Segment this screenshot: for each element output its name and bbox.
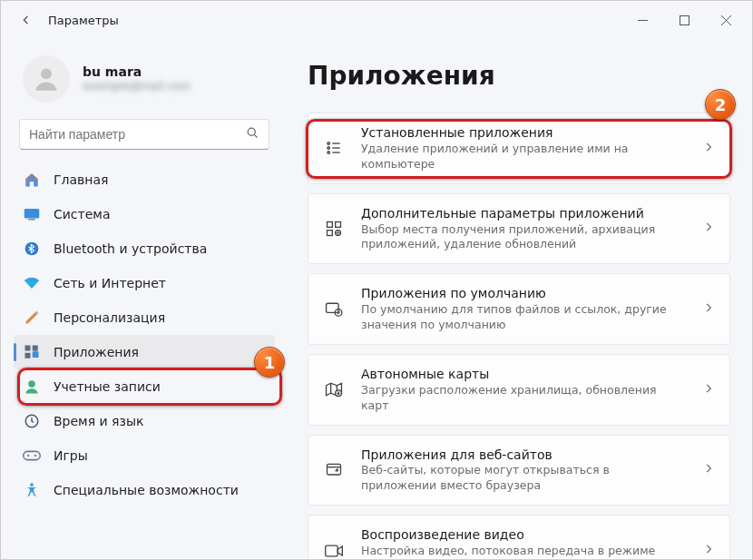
chevron-right-icon — [702, 542, 715, 559]
main-panel: Приложения Установленные приложения Удал… — [282, 39, 752, 559]
link-app-icon — [323, 459, 345, 481]
nav-label: Игры — [54, 448, 88, 463]
nav-gaming[interactable]: Игры — [14, 438, 275, 473]
card-desc: Выбор места получения приложений, архива… — [361, 222, 686, 253]
nav-system[interactable]: Система — [14, 197, 275, 231]
nav-label: Система — [54, 207, 110, 221]
accessibility-icon — [23, 481, 41, 499]
svg-rect-7 — [25, 346, 31, 351]
accounts-icon — [23, 378, 41, 396]
nav-label: Bluetooth и устройства — [54, 241, 207, 256]
brush-icon — [23, 309, 41, 327]
svg-rect-0 — [638, 20, 648, 21]
svg-rect-29 — [326, 545, 338, 556]
list-icon — [323, 137, 345, 159]
svg-rect-4 — [24, 209, 40, 219]
svg-point-18 — [328, 142, 330, 145]
nav-label: Приложения — [54, 345, 139, 359]
nav-accounts[interactable]: Учетные записи — [14, 369, 275, 404]
profile-block[interactable]: bu mara example@mail.com — [14, 46, 275, 119]
avatar — [23, 55, 70, 103]
nav-label: Время и язык — [54, 414, 143, 428]
svg-rect-1 — [680, 15, 689, 25]
card-advanced-app-settings[interactable]: Дополнительные параметры приложений Выбо… — [308, 193, 730, 265]
titlebar: Параметры — [1, 1, 752, 39]
chevron-right-icon — [702, 140, 715, 157]
card-title: Приложения для веб-сайтов — [361, 447, 686, 464]
svg-point-15 — [27, 455, 29, 457]
bluetooth-icon — [23, 240, 41, 258]
svg-rect-25 — [327, 303, 339, 312]
svg-rect-23 — [328, 231, 333, 236]
maximize-button[interactable] — [663, 3, 705, 37]
card-default-apps[interactable]: Приложения по умолчанию По умолчанию для… — [308, 273, 730, 345]
nav-label: Учетные записи — [54, 379, 161, 394]
sidebar-nav: Главная Система Bluetooth и устройства С… — [14, 162, 275, 507]
card-title: Дополнительные параметры приложений — [361, 205, 686, 222]
card-offline-maps[interactable]: Автономные карты Загрузки расположение х… — [308, 354, 730, 426]
advanced-icon — [323, 218, 345, 240]
search-input[interactable] — [29, 127, 246, 142]
search-box[interactable] — [19, 119, 269, 150]
nav-network[interactable]: Сеть и Интернет — [14, 266, 275, 300]
card-title: Автономные карты — [361, 366, 686, 383]
card-title: Приложения по умолчанию — [361, 285, 686, 302]
video-icon — [323, 540, 345, 559]
profile-name: bu mara — [83, 64, 191, 80]
sidebar: bu mara example@mail.com Главная Систе — [1, 39, 282, 559]
clock-icon — [23, 412, 41, 430]
apps-icon — [23, 343, 41, 361]
card-desc: Веб-сайты, которые могут открываться в п… — [361, 463, 686, 494]
nav-bluetooth[interactable]: Bluetooth и устройства — [14, 231, 275, 266]
chevron-right-icon — [702, 300, 715, 318]
nav-time-language[interactable]: Время и язык — [14, 404, 275, 438]
svg-rect-21 — [328, 221, 333, 227]
back-button[interactable] — [14, 7, 39, 33]
chevron-right-icon — [702, 461, 715, 478]
svg-point-16 — [34, 455, 36, 457]
profile-email: example@mail.com — [83, 80, 191, 94]
svg-rect-5 — [28, 219, 35, 220]
nav-personalization[interactable]: Персонализация — [14, 300, 275, 335]
nav-accessibility[interactable]: Специальные возможности — [14, 473, 275, 507]
card-installed-apps[interactable]: Установленные приложения Удаление прилож… — [308, 113, 730, 184]
svg-rect-9 — [25, 353, 31, 359]
window-title: Параметры — [39, 14, 119, 27]
nav-label: Сеть и Интернет — [54, 276, 166, 290]
nav-label: Персонализация — [54, 310, 165, 325]
svg-point-2 — [41, 68, 52, 79]
chevron-right-icon — [702, 220, 715, 237]
chevron-right-icon — [702, 381, 715, 398]
card-title: Воспроизведение видео — [361, 526, 686, 544]
svg-point-3 — [248, 128, 255, 135]
system-icon — [23, 205, 41, 223]
svg-rect-10 — [33, 351, 39, 358]
svg-point-17 — [30, 483, 34, 486]
nav-home[interactable]: Главная — [14, 162, 275, 197]
maps-icon — [323, 378, 345, 400]
card-desc: По умолчанию для типов файлов и ссылок, … — [361, 302, 686, 333]
card-video-playback[interactable]: Воспроизведение видео Настройка видео, п… — [308, 515, 730, 559]
svg-rect-22 — [336, 221, 341, 227]
card-desc: Удаление приложений и управление ими на … — [361, 142, 686, 172]
nav-label: Специальные возможности — [54, 483, 239, 497]
card-desc: Загрузки расположение хранилища, обновле… — [361, 383, 686, 414]
card-apps-for-websites[interactable]: Приложения для веб-сайтов Веб-сайты, кот… — [308, 435, 730, 506]
svg-point-19 — [328, 147, 330, 150]
svg-point-20 — [328, 152, 330, 154]
card-title: Установленные приложения — [361, 124, 686, 142]
nav-label: Главная — [54, 172, 108, 187]
home-icon — [23, 171, 41, 189]
svg-rect-14 — [24, 451, 40, 459]
defaults-icon — [323, 299, 345, 320]
card-desc: Настройка видео, потоковая передача в ре… — [361, 544, 686, 559]
svg-point-12 — [28, 380, 35, 388]
wifi-icon — [23, 274, 41, 292]
page-title: Приложения — [308, 61, 730, 91]
minimize-button[interactable] — [621, 3, 663, 37]
nav-apps[interactable]: Приложения — [14, 335, 275, 369]
svg-rect-11 — [34, 349, 36, 351]
svg-rect-28 — [328, 464, 341, 475]
close-button[interactable] — [705, 3, 747, 37]
search-icon — [246, 126, 259, 143]
